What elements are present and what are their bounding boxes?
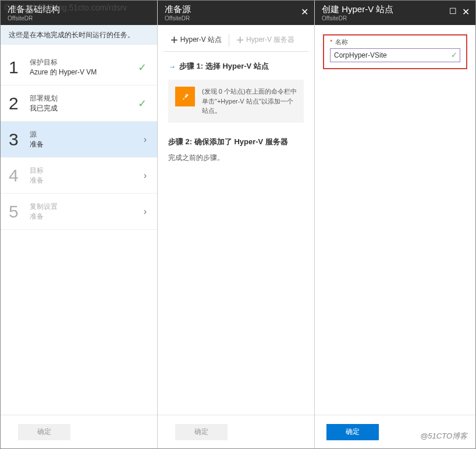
- info-note: 这些是在本地完成的长时间运行的任务。: [1, 25, 157, 45]
- info-text: (发现 0 个站点)在上面的命令栏中单击"+Hyper-V 站点"以添加一个站点…: [202, 87, 297, 116]
- header-title: 创建 Hyper-V 站点: [322, 4, 468, 15]
- step-label-top: 保护目标: [30, 58, 97, 67]
- footer-col3: 确定: [315, 415, 475, 448]
- footer-col1: 确定: [1, 415, 157, 448]
- body-col1: 这些是在本地完成的长时间运行的任务。 1 保护目标 Azure 的 Hyper-…: [1, 25, 157, 415]
- header-title: 准备源: [165, 4, 307, 15]
- body-col2: + Hyper-V 站点 + Hyper-V 服务器 → 步骤 1: 选择 Hy…: [158, 25, 314, 415]
- step-label-top: 部署规划: [30, 94, 58, 104]
- plus-icon: +: [170, 33, 178, 48]
- check-icon: ✓: [451, 51, 457, 59]
- toolbar-tabs: + Hyper-V 站点 + Hyper-V 服务器: [164, 28, 308, 52]
- step-protection-goal[interactable]: 1 保护目标 Azure 的 Hyper-V VM ✓: [1, 49, 157, 85]
- step-number: 4: [9, 166, 30, 186]
- step-labels: 复制设置 准备: [30, 202, 58, 222]
- step-deployment-planning[interactable]: 2 部署规划 我已完成 ✓: [1, 85, 157, 122]
- header-col1: 准备基础结构 OffsiteDR: [1, 1, 157, 25]
- step-label-bottom: Azure 的 Hyper-V VM: [30, 67, 97, 77]
- add-hyperv-site-button[interactable]: + Hyper-V 站点: [164, 28, 229, 51]
- info-box: (发现 0 个站点)在上面的命令栏中单击"+Hyper-V 站点"以添加一个站点…: [168, 80, 304, 123]
- step-label-top: 目标: [30, 166, 44, 176]
- step-target[interactable]: 4 目标 准备 ›: [1, 158, 157, 194]
- body-col3: * 名称 ✓: [315, 25, 475, 415]
- name-field-label: * 名称: [330, 38, 460, 47]
- label-text: 名称: [335, 38, 348, 45]
- site-name-input[interactable]: [330, 48, 460, 62]
- step-labels: 目标 准备: [30, 166, 44, 186]
- maximize-icon[interactable]: ☐: [449, 6, 457, 16]
- panel-create-hyperv-site: 创建 Hyper-V 站点 OffsiteDR ☐ ✕ * 名称 ✓: [315, 1, 475, 448]
- wizard-steps: 1 保护目标 Azure 的 Hyper-V VM ✓ 2 部署规划 我已完成 …: [1, 45, 157, 230]
- ok-button[interactable]: 确定: [326, 424, 379, 440]
- step-labels: 部署规划 我已完成: [30, 94, 58, 113]
- header-col3: 创建 Hyper-V 站点 OffsiteDR ☐ ✕: [315, 1, 475, 25]
- arrow-right-icon: →: [168, 62, 176, 71]
- step1-title: → 步骤 1: 选择 Hyper-V 站点: [168, 61, 304, 72]
- highlighted-field-box: * 名称 ✓: [323, 34, 467, 69]
- step-label-top: 源: [30, 130, 44, 140]
- wrench-icon: [175, 87, 195, 106]
- step-number: 2: [9, 94, 30, 113]
- ok-button[interactable]: 确定: [175, 424, 228, 440]
- tab-label: Hyper-V 服务器: [246, 35, 294, 45]
- step2-body: 完成之前的步骤。: [168, 153, 304, 163]
- step1-section: → 步骤 1: 选择 Hyper-V 站点 (发现 0 个站点)在上面的命令栏中…: [158, 61, 314, 123]
- ok-button[interactable]: 确定: [18, 424, 70, 440]
- svg-point-2: [186, 95, 187, 96]
- step-label-bottom: 准备: [30, 176, 44, 186]
- step-label-bottom: 我已完成: [30, 104, 58, 113]
- step1-title-text: 步骤 1: 选择 Hyper-V 站点: [179, 61, 269, 72]
- check-icon: ✓: [138, 97, 147, 110]
- header-subtitle: OffsiteDR: [165, 15, 307, 22]
- check-icon: ✓: [138, 61, 147, 74]
- close-icon[interactable]: ✕: [301, 6, 308, 17]
- chevron-right-icon: ›: [144, 134, 147, 145]
- step-labels: 源 准备: [30, 130, 44, 149]
- close-icon[interactable]: ✕: [462, 6, 470, 17]
- panel-prepare-infra: 准备基础结构 OffsiteDR 这些是在本地完成的长时间运行的任务。 1 保护…: [1, 1, 158, 448]
- step-source[interactable]: 3 源 准备 ›: [1, 122, 157, 158]
- step-number: 5: [9, 202, 30, 222]
- header-title: 准备基础结构: [8, 4, 150, 15]
- step-labels: 保护目标 Azure 的 Hyper-V VM: [30, 58, 97, 77]
- step-label-bottom: 准备: [30, 140, 44, 149]
- required-asterisk: *: [330, 38, 332, 45]
- header-subtitle: OffsiteDR: [8, 15, 150, 22]
- tab-label: Hyper-V 站点: [180, 35, 222, 45]
- plus-icon: +: [236, 33, 244, 48]
- panel-columns: 准备基础结构 OffsiteDR 这些是在本地完成的长时间运行的任务。 1 保护…: [1, 1, 475, 448]
- chevron-right-icon: ›: [144, 170, 147, 181]
- step-replication-settings[interactable]: 5 复制设置 准备 ›: [1, 194, 157, 230]
- step-label-top: 复制设置: [30, 202, 58, 212]
- header-col2: 准备源 OffsiteDR ✕: [158, 1, 314, 25]
- chevron-right-icon: ›: [144, 206, 147, 217]
- header-subtitle: OffsiteDR: [322, 15, 468, 22]
- input-wrapper: ✓: [330, 48, 460, 62]
- step-number: 3: [9, 130, 30, 149]
- form-area: * 名称 ✓: [315, 25, 475, 79]
- step-label-bottom: 准备: [30, 212, 58, 222]
- add-hyperv-server-button[interactable]: + Hyper-V 服务器: [229, 28, 301, 51]
- step2-title: 步骤 2: 确保添加了 Hyper-V 服务器: [168, 137, 304, 147]
- step-number: 1: [9, 58, 30, 77]
- footer-col2: 确定: [158, 415, 314, 448]
- panel-prepare-source: 准备源 OffsiteDR ✕ + Hyper-V 站点 + Hyper-V 服…: [158, 1, 315, 448]
